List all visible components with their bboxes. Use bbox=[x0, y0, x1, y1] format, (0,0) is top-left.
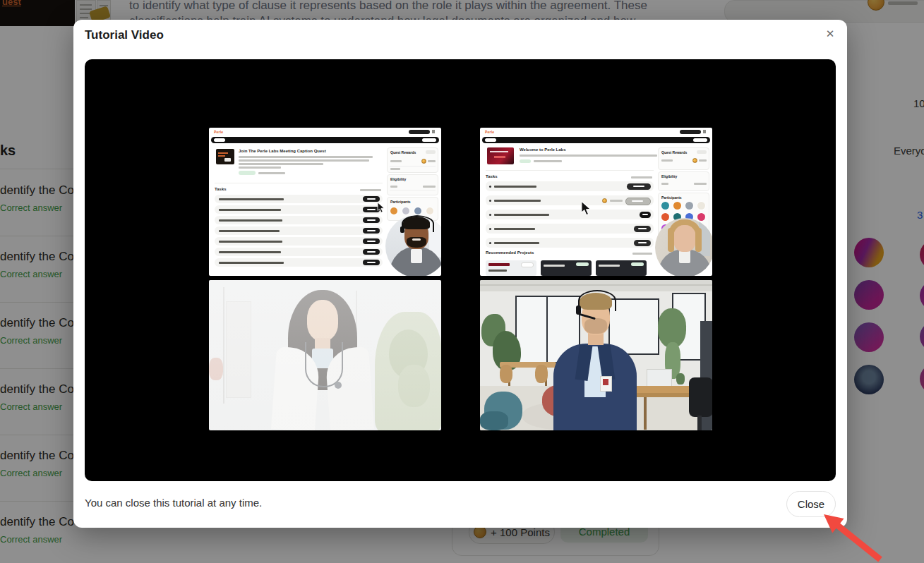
modal-title: Tutorial Video bbox=[85, 28, 164, 42]
text-bar bbox=[632, 253, 652, 255]
nav-bar bbox=[211, 137, 439, 143]
decor bbox=[695, 228, 702, 252]
decor bbox=[218, 155, 225, 157]
decor bbox=[363, 228, 380, 234]
decor bbox=[367, 209, 376, 210]
decor bbox=[694, 183, 707, 185]
decor bbox=[363, 249, 380, 255]
recommended-section-label: Recommended Projects bbox=[486, 250, 534, 255]
decor bbox=[521, 262, 534, 267]
mini-avatar bbox=[390, 207, 397, 214]
mini-task-row bbox=[215, 248, 383, 256]
decor bbox=[390, 186, 397, 188]
cursor-pointer bbox=[377, 202, 385, 213]
mini-avatar bbox=[402, 207, 409, 214]
mini-task-row bbox=[215, 237, 383, 246]
mini-task-row bbox=[215, 226, 383, 235]
decor bbox=[673, 225, 696, 252]
mini-task-row bbox=[215, 195, 383, 203]
decor bbox=[480, 284, 712, 286]
screen: { "modal": { "title": "Tutorial Video", … bbox=[0, 0, 924, 563]
decor bbox=[633, 186, 644, 187]
mini-avatar bbox=[426, 207, 433, 214]
nav-button bbox=[693, 138, 707, 142]
participants-label: Participants bbox=[390, 200, 411, 204]
video-tile-doctor bbox=[209, 280, 441, 430]
decor bbox=[546, 297, 548, 362]
rewards-card: Quest Rewards bbox=[387, 147, 438, 173]
back-button bbox=[214, 138, 225, 142]
eligibility-label: Eligibility bbox=[390, 177, 406, 181]
decor bbox=[625, 198, 651, 205]
perle-logo: Perle bbox=[485, 130, 494, 134]
decor bbox=[367, 262, 376, 263]
decor bbox=[642, 214, 648, 215]
decor bbox=[367, 251, 376, 253]
decor bbox=[400, 226, 404, 233]
decor bbox=[363, 217, 380, 223]
mini-avatar bbox=[685, 202, 693, 210]
header-icon bbox=[432, 130, 435, 133]
decor bbox=[218, 152, 228, 154]
participants-label: Participants bbox=[661, 195, 682, 200]
decor bbox=[494, 156, 505, 158]
decor bbox=[576, 262, 589, 266]
mini-task-row bbox=[486, 238, 654, 248]
project-card bbox=[541, 260, 592, 276]
mini-task-row bbox=[486, 210, 654, 219]
decor bbox=[494, 242, 539, 244]
decor bbox=[428, 160, 436, 162]
pouf-teal-2 bbox=[480, 411, 508, 430]
text-bar bbox=[258, 172, 285, 174]
decor bbox=[599, 265, 620, 267]
modal-footer-note: You can close this tutorial at any time. bbox=[85, 497, 262, 509]
decor bbox=[219, 251, 281, 253]
text-bar bbox=[360, 189, 381, 191]
decor bbox=[632, 200, 643, 202]
decor bbox=[423, 186, 436, 188]
decor bbox=[638, 242, 647, 243]
decor bbox=[219, 241, 282, 243]
decor bbox=[426, 150, 436, 154]
decor bbox=[219, 209, 281, 211]
decor bbox=[390, 168, 400, 170]
decor bbox=[489, 242, 491, 244]
back-button bbox=[485, 138, 496, 142]
tutorial-video-player[interactable]: Perle Join The Perle Labs Meeting Captio… bbox=[85, 59, 836, 481]
office-chair bbox=[689, 377, 712, 417]
decor bbox=[219, 230, 280, 232]
decor bbox=[219, 198, 284, 200]
decor bbox=[367, 230, 376, 231]
rewards-card: Quest Rewards bbox=[658, 147, 709, 170]
mini-task-row bbox=[486, 181, 654, 191]
decor bbox=[421, 159, 426, 164]
decor bbox=[582, 201, 590, 215]
close-button[interactable]: Close bbox=[786, 491, 836, 517]
decor bbox=[494, 200, 541, 202]
mini-task-row bbox=[486, 195, 654, 205]
mini-task-row bbox=[215, 205, 383, 214]
project-card bbox=[596, 260, 647, 276]
webcam-photo-woman bbox=[655, 218, 712, 276]
text-bar bbox=[534, 160, 562, 162]
rewards-label: Quest Rewards bbox=[661, 150, 687, 155]
decor bbox=[640, 212, 651, 218]
decor bbox=[489, 200, 491, 202]
decor bbox=[378, 202, 384, 212]
mini-task-row bbox=[215, 258, 383, 267]
text-bar bbox=[239, 159, 369, 162]
decor bbox=[603, 379, 608, 385]
quest-title: Welcome to Perle Labs bbox=[520, 147, 566, 152]
decor bbox=[488, 263, 510, 266]
decor bbox=[224, 158, 231, 162]
tasks-section-label: Tasks bbox=[215, 187, 227, 191]
decor bbox=[697, 150, 707, 154]
close-icon[interactable]: ✕ bbox=[822, 25, 839, 42]
header-button bbox=[409, 130, 430, 134]
nav-bar bbox=[482, 137, 710, 143]
decor bbox=[610, 200, 623, 202]
mini-task-row bbox=[215, 216, 383, 224]
mini-avatar bbox=[673, 202, 681, 210]
text-bar bbox=[520, 155, 657, 157]
decor bbox=[661, 159, 673, 162]
